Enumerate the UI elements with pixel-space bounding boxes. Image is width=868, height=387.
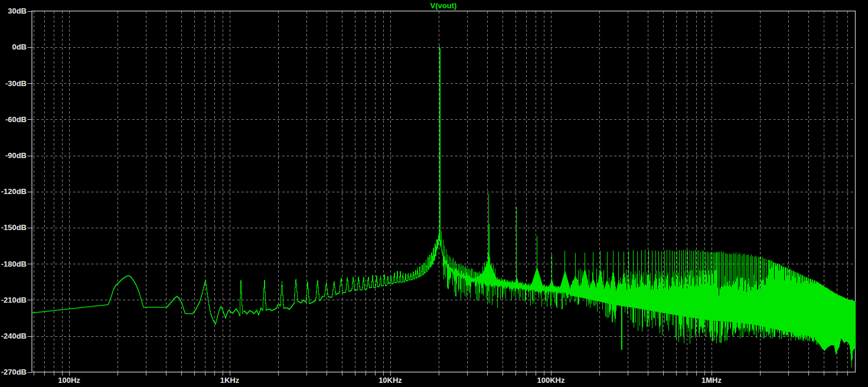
svg-text:1MHz: 1MHz <box>701 376 722 385</box>
svg-text:V(vout): V(vout) <box>430 1 457 10</box>
svg-text:-180dB: -180dB <box>1 260 27 268</box>
svg-text:100Hz: 100Hz <box>58 376 80 385</box>
svg-text:10KHz: 10KHz <box>378 376 402 385</box>
svg-text:-30dB: -30dB <box>5 79 27 88</box>
svg-text:-120dB: -120dB <box>1 187 27 196</box>
svg-text:1KHz: 1KHz <box>220 376 240 385</box>
svg-text:-90dB: -90dB <box>5 151 27 160</box>
svg-text:30dB: 30dB <box>8 6 27 15</box>
svg-text:0dB: 0dB <box>12 42 27 51</box>
svg-text:100KHz: 100KHz <box>537 376 565 385</box>
svg-text:-210dB: -210dB <box>1 296 27 304</box>
svg-text:-60dB: -60dB <box>5 115 27 124</box>
svg-text:-240dB: -240dB <box>1 332 27 340</box>
svg-text:-150dB: -150dB <box>1 223 27 232</box>
svg-text:-270dB: -270dB <box>1 368 27 376</box>
